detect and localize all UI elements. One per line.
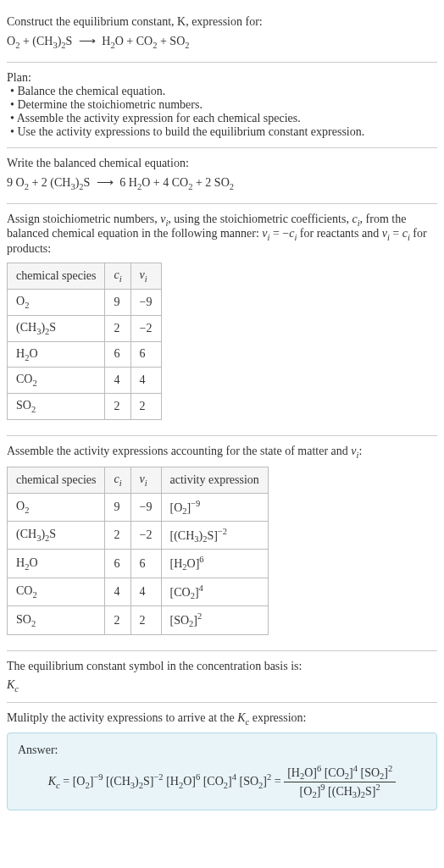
cell-species: CO2 bbox=[8, 578, 105, 605]
cell-ci: 6 bbox=[105, 550, 130, 578]
cell-ci: 2 bbox=[105, 394, 130, 420]
table-row: O2 9 −9 [O2]−9 bbox=[8, 493, 269, 521]
cell-vi: 4 bbox=[130, 578, 161, 605]
cell-vi: 4 bbox=[130, 368, 161, 394]
cell-vi: 2 bbox=[130, 394, 161, 420]
balanced-equation: 9 O2 + 2 (CH3)2S ⟶ 6 H2O + 4 CO2 + 2 SO2 bbox=[7, 175, 437, 191]
plan-item: Use the activity expressions to build th… bbox=[10, 125, 437, 139]
cell-ci: 2 bbox=[105, 315, 130, 341]
cell-ci: 4 bbox=[105, 578, 130, 605]
answer-equation: Kc = [O2]−9 [(CH3)2S]−2 [H2O]6 [CO2]4 [S… bbox=[18, 764, 426, 799]
answer-fraction: [H2O]6 [CO2]4 [SO2]2 [O2]9 [(CH3)2S]2 bbox=[284, 764, 396, 799]
plan-label: Plan: bbox=[7, 71, 437, 85]
cell-species: H2O bbox=[8, 550, 105, 578]
col-activity: activity expression bbox=[161, 467, 268, 493]
cell-vi: 6 bbox=[130, 341, 161, 368]
multiply-section: Mulitply the activity expressions to arr… bbox=[7, 703, 437, 820]
cell-ci: 2 bbox=[105, 606, 130, 634]
symbol-section: The equilibrium constant symbol in the c… bbox=[7, 651, 437, 703]
activity-table: chemical species ci νi activity expressi… bbox=[7, 467, 269, 635]
col-species: chemical species bbox=[8, 263, 105, 290]
fraction-numerator: [H2O]6 [CO2]4 [SO2]2 bbox=[284, 764, 396, 782]
cell-species: H2O bbox=[8, 341, 105, 368]
symbol-value: Kc bbox=[7, 678, 437, 694]
cell-activity: [SO2]2 bbox=[161, 606, 268, 634]
stoich-section: Assign stoichiometric numbers, νi, using… bbox=[7, 204, 437, 436]
table-row: CO2 4 4 bbox=[8, 368, 162, 394]
activity-section: Assemble the activity expressions accoun… bbox=[7, 436, 437, 651]
plan-list: Balance the chemical equation. Determine… bbox=[7, 85, 437, 139]
cell-ci: 6 bbox=[105, 341, 130, 368]
col-ci: ci bbox=[105, 263, 130, 290]
cell-species: O2 bbox=[8, 289, 105, 315]
cell-vi: 2 bbox=[130, 606, 161, 634]
cell-activity: [O2]−9 bbox=[161, 493, 268, 521]
table-row: O2 9 −9 bbox=[8, 289, 162, 315]
col-ci: ci bbox=[105, 467, 130, 493]
intro-section: Construct the equilibrium constant, K, e… bbox=[7, 7, 437, 63]
plan-item: Determine the stoichiometric numbers. bbox=[10, 98, 437, 112]
cell-species: SO2 bbox=[8, 606, 105, 634]
table-row: H2O 6 6 [H2O]6 bbox=[8, 550, 269, 578]
answer-label: Answer: bbox=[18, 744, 426, 757]
cell-vi: −2 bbox=[130, 522, 161, 550]
symbol-prompt: The equilibrium constant symbol in the c… bbox=[7, 660, 437, 673]
cell-vi: 6 bbox=[130, 550, 161, 578]
cell-vi: −9 bbox=[130, 289, 161, 315]
table-row: CO2 4 4 [CO2]4 bbox=[8, 578, 269, 605]
multiply-prompt: Mulitply the activity expressions to arr… bbox=[7, 711, 437, 727]
stoich-prompt: Assign stoichiometric numbers, νi, using… bbox=[7, 213, 437, 257]
table-row: H2O 6 6 bbox=[8, 341, 162, 368]
intro-prompt: Construct the equilibrium constant, K, e… bbox=[7, 15, 437, 29]
plan-item: Balance the chemical equation. bbox=[10, 85, 437, 98]
cell-vi: −2 bbox=[130, 315, 161, 341]
cell-ci: 9 bbox=[105, 493, 130, 521]
cell-activity: [H2O]6 bbox=[161, 550, 268, 578]
col-vi: νi bbox=[130, 467, 161, 493]
table-row: (CH3)2S 2 −2 bbox=[8, 315, 162, 341]
answer-lhs: Kc = [O2]−9 [(CH3)2S]−2 [H2O]6 [CO2]4 [S… bbox=[48, 775, 284, 788]
table-row: (CH3)2S 2 −2 [(CH3)2S]−2 bbox=[8, 522, 269, 550]
table-row: SO2 2 2 [SO2]2 bbox=[8, 606, 269, 634]
stoich-table: chemical species ci νi O2 9 −9 (CH3)2S 2… bbox=[7, 263, 162, 420]
table-row: SO2 2 2 bbox=[8, 394, 162, 420]
balanced-section: Write the balanced chemical equation: 9 … bbox=[7, 148, 437, 204]
cell-ci: 2 bbox=[105, 522, 130, 550]
cell-activity: [CO2]4 bbox=[161, 578, 268, 605]
balanced-prompt: Write the balanced chemical equation: bbox=[7, 157, 437, 170]
cell-vi: −9 bbox=[130, 493, 161, 521]
col-species: chemical species bbox=[8, 467, 105, 493]
activity-prompt: Assemble the activity expressions accoun… bbox=[7, 445, 437, 460]
plan-section: Plan: Balance the chemical equation. Det… bbox=[7, 63, 437, 148]
fraction-denominator: [O2]9 [(CH3)2S]2 bbox=[284, 782, 396, 799]
cell-species: SO2 bbox=[8, 394, 105, 420]
cell-species: O2 bbox=[8, 493, 105, 521]
cell-species: CO2 bbox=[8, 368, 105, 394]
unbalanced-equation: O2 + (CH3)2S ⟶ H2O + CO2 + SO2 bbox=[7, 34, 437, 50]
table-header-row: chemical species ci νi activity expressi… bbox=[8, 467, 269, 493]
cell-ci: 4 bbox=[105, 368, 130, 394]
col-vi: νi bbox=[130, 263, 161, 290]
cell-activity: [(CH3)2S]−2 bbox=[161, 522, 268, 550]
table-header-row: chemical species ci νi bbox=[8, 263, 162, 290]
cell-ci: 9 bbox=[105, 289, 130, 315]
plan-item: Assemble the activity expression for eac… bbox=[10, 112, 437, 125]
cell-species: (CH3)2S bbox=[8, 522, 105, 550]
cell-species: (CH3)2S bbox=[8, 315, 105, 341]
answer-box: Answer: Kc = [O2]−9 [(CH3)2S]−2 [H2O]6 [… bbox=[7, 733, 437, 810]
